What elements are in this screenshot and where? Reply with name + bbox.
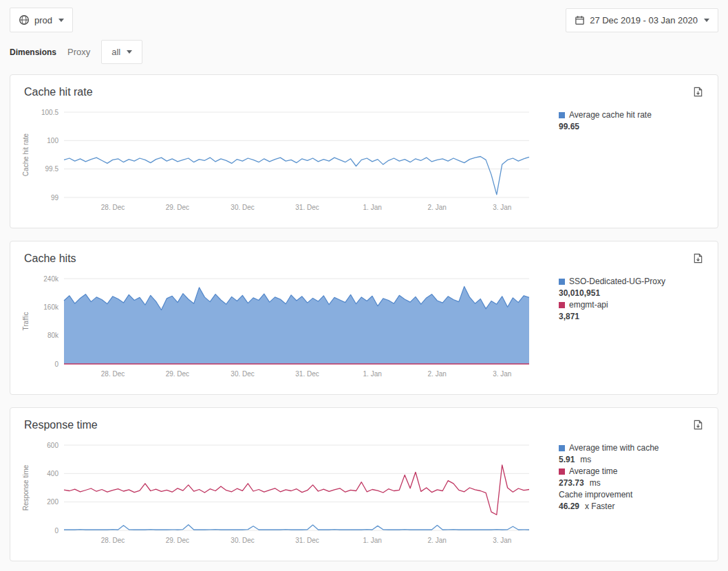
legend-value: 99.65 [559, 122, 579, 131]
svg-text:2. Jan: 2. Jan [428, 370, 447, 378]
svg-text:200: 200 [47, 498, 58, 506]
svg-text:3. Jan: 3. Jan [493, 370, 511, 378]
svg-text:Cache hit rate: Cache hit rate [22, 133, 30, 176]
svg-text:29. Dec: 29. Dec [166, 537, 189, 544]
legend-value: 30,010,951 [559, 288, 600, 298]
svg-text:31. Dec: 31. Dec [295, 204, 319, 211]
svg-text:1. Jan: 1. Jan [363, 370, 382, 378]
legend-suffix: ms [590, 478, 601, 488]
export-report-icon [692, 252, 704, 264]
cache-hit-rate-legend: Average cache hit rate 99.65 [533, 105, 705, 218]
legend-swatch [559, 468, 565, 475]
proxy-dropdown[interactable]: all [101, 40, 142, 64]
svg-text:80k: 80k [47, 332, 59, 339]
svg-text:Response time: Response time [22, 464, 30, 510]
environment-label: prod [34, 15, 52, 25]
legend-value: 46.29 [559, 502, 579, 511]
export-report-icon [692, 86, 704, 98]
svg-text:0: 0 [54, 527, 58, 535]
response-time-chart[interactable]: 020040060028. Dec29. Dec30. Dec31. Dec1.… [20, 438, 533, 551]
cache-hits-legend: SSO-Dedicated-UG-Proxy 30,010,951 emgmt-… [533, 272, 705, 385]
filters-bar: Dimensions Proxy all [0, 36, 728, 74]
svg-text:1. Jan: 1. Jan [363, 204, 382, 211]
svg-text:3. Jan: 3. Jan [493, 537, 511, 544]
card-cache-hits: Cache hits 080k160k240k28. Dec29. Dec30.… [10, 241, 718, 395]
chart-svg: 9999.5100100.528. Dec29. Dec30. Dec31. D… [20, 105, 533, 215]
legend-value: 5.91 [559, 455, 575, 464]
cache-hit-rate-chart[interactable]: 9999.5100100.528. Dec29. Dec30. Dec31. D… [20, 105, 533, 218]
response-time-legend: Average time with cache 5.91ms Average t… [533, 438, 705, 551]
export-report-icon [692, 419, 704, 431]
proxy-label: Proxy [67, 47, 90, 57]
svg-text:3. Jan: 3. Jan [493, 204, 511, 211]
chevron-down-icon [704, 19, 709, 22]
legend-swatch [559, 302, 565, 308]
svg-text:29. Dec: 29. Dec [166, 204, 189, 211]
legend-value: 3,871 [559, 312, 579, 321]
dimensions-label: Dimensions [10, 47, 56, 57]
svg-text:600: 600 [47, 442, 58, 449]
topbar: prod 27 Dec 2019 - 03 Jan 2020 [0, 0, 728, 36]
legend-swatch [559, 445, 565, 451]
page-title: Response time [24, 418, 98, 433]
chevron-down-icon [58, 19, 64, 22]
svg-text:240k: 240k [43, 275, 59, 283]
globe-icon [19, 14, 30, 25]
chevron-down-icon [127, 50, 132, 54]
legend-value: 273.73 [559, 478, 584, 488]
svg-text:100.5: 100.5 [41, 109, 58, 116]
svg-text:28. Dec: 28. Dec [101, 204, 125, 211]
legend-suffix: x Faster [585, 502, 614, 511]
export-report-button[interactable] [691, 418, 705, 432]
page-title: Cache hit rate [24, 85, 93, 100]
svg-text:0: 0 [54, 360, 58, 368]
card-response-time: Response time 020040060028. Dec29. Dec30… [10, 407, 718, 561]
svg-text:29. Dec: 29. Dec [166, 370, 189, 378]
export-report-button[interactable] [691, 251, 705, 266]
legend-label: SSO-Dedicated-UG-Proxy [569, 277, 665, 286]
svg-text:100: 100 [47, 137, 58, 144]
legend-label: emgmt-api [569, 300, 608, 310]
date-range-label: 27 Dec 2019 - 03 Jan 2020 [590, 15, 698, 25]
svg-text:400: 400 [47, 470, 58, 477]
svg-text:28. Dec: 28. Dec [101, 537, 125, 544]
chart-svg: 080k160k240k28. Dec29. Dec30. Dec31. Dec… [20, 272, 533, 382]
legend-label: Average time [569, 466, 617, 476]
svg-text:2. Jan: 2. Jan [428, 204, 447, 211]
legend-label: Cache improvement [559, 490, 632, 499]
proxy-dropdown-value: all [111, 47, 120, 57]
svg-text:2. Jan: 2. Jan [428, 537, 447, 544]
export-report-button[interactable] [691, 85, 705, 99]
legend-suffix: ms [580, 455, 591, 464]
svg-text:99.5: 99.5 [45, 165, 59, 173]
legend-label: Average cache hit rate [569, 110, 652, 120]
svg-text:30. Dec: 30. Dec [231, 537, 254, 544]
svg-text:31. Dec: 31. Dec [295, 370, 319, 378]
svg-text:160k: 160k [43, 303, 59, 311]
svg-text:99: 99 [51, 194, 59, 202]
legend-swatch [559, 279, 565, 285]
svg-text:30. Dec: 30. Dec [231, 370, 254, 378]
date-range-picker[interactable]: 27 Dec 2019 - 03 Jan 2020 [566, 8, 718, 32]
page-title: Cache hits [24, 251, 76, 266]
svg-text:Traffic: Traffic [22, 312, 30, 330]
cache-hits-chart[interactable]: 080k160k240k28. Dec29. Dec30. Dec31. Dec… [20, 272, 533, 385]
svg-text:1. Jan: 1. Jan [363, 537, 382, 544]
chart-svg: 020040060028. Dec29. Dec30. Dec31. Dec1.… [20, 438, 533, 548]
calendar-icon [575, 15, 585, 25]
legend-swatch [559, 112, 565, 118]
svg-text:28. Dec: 28. Dec [101, 370, 125, 378]
svg-text:30. Dec: 30. Dec [231, 204, 254, 211]
svg-text:31. Dec: 31. Dec [295, 537, 319, 544]
card-cache-hit-rate: Cache hit rate 9999.5100100.528. Dec29. … [10, 74, 718, 228]
environment-dropdown[interactable]: prod [10, 8, 73, 32]
legend-label: Average time with cache [569, 443, 659, 453]
